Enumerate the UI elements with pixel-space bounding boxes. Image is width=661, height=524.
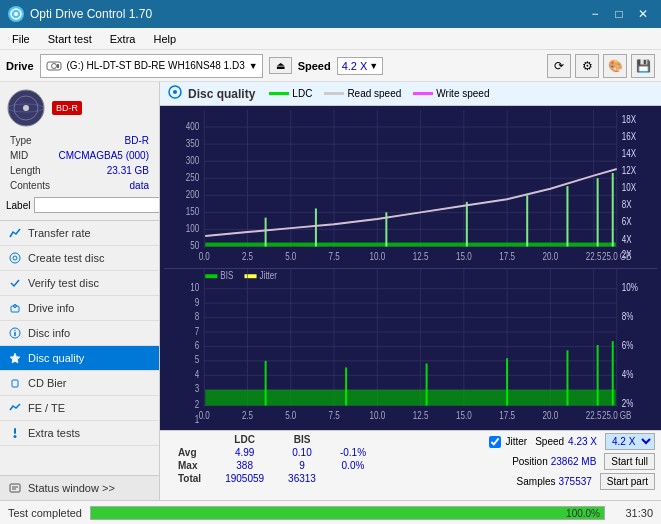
svg-text:3: 3 — [195, 383, 199, 394]
svg-text:BIS: BIS — [220, 270, 233, 281]
minimize-button[interactable]: − — [585, 4, 605, 24]
label-row: Label 🔍 — [6, 196, 153, 214]
fe-te-icon — [8, 401, 22, 415]
stats-avg-row: Avg 4.99 0.10 -0.1% — [166, 446, 378, 459]
svg-rect-134 — [265, 360, 267, 405]
close-button[interactable]: ✕ — [633, 4, 653, 24]
sidebar-nav: Transfer rate Create test disc Verify te… — [0, 221, 159, 475]
svg-rect-137 — [506, 358, 508, 405]
refresh-button[interactable]: ⟳ — [547, 54, 571, 78]
charts-area: 400 350 300 250 200 150 100 50 18X 16X 1… — [160, 106, 661, 430]
svg-text:18X: 18X — [622, 114, 637, 125]
speed-select-wrapper[interactable]: 4.2 X ▼ — [337, 57, 384, 75]
content-area: Disc quality LDC Read speed Write speed — [160, 82, 661, 500]
disc-info-icon — [8, 326, 22, 340]
menu-extra[interactable]: Extra — [102, 31, 144, 47]
total-spacer — [328, 472, 378, 485]
samples-start-part-row: Samples 375537 Start part — [517, 473, 655, 490]
svg-text:Jitter: Jitter — [260, 270, 277, 281]
sidebar-item-create-test-disc[interactable]: Create test disc — [0, 246, 159, 271]
ldc-label: LDC — [292, 88, 312, 99]
svg-text:350: 350 — [186, 138, 199, 149]
sidebar-item-drive-info[interactable]: Drive info — [0, 296, 159, 321]
svg-rect-83 — [205, 274, 217, 278]
disc-length-row: Length 23.31 GB — [8, 164, 151, 177]
svg-text:25.0 GB: 25.0 GB — [602, 409, 632, 420]
settings-button[interactable]: ⚙ — [575, 54, 599, 78]
svg-rect-73 — [205, 243, 615, 247]
menu-help[interactable]: Help — [145, 31, 184, 47]
palette-button[interactable]: 🎨 — [603, 54, 627, 78]
svg-point-7 — [23, 105, 29, 111]
read-speed-color-swatch — [324, 92, 344, 95]
svg-text:2.5: 2.5 — [242, 409, 253, 420]
disc-type-label: Type — [8, 134, 53, 147]
svg-text:4X: 4X — [622, 234, 632, 245]
svg-text:300: 300 — [186, 155, 199, 166]
legend-ldc: LDC — [269, 88, 312, 99]
eject-button[interactable]: ⏏ — [269, 57, 292, 74]
start-part-button[interactable]: Start part — [600, 473, 655, 490]
samples-value: 375537 — [558, 476, 591, 487]
jitter-checkbox[interactable] — [489, 436, 501, 448]
max-jitter: 0.0% — [328, 459, 378, 472]
app-icon — [8, 6, 24, 22]
sidebar-item-disc-quality[interactable]: Disc quality — [0, 346, 159, 371]
menu-file[interactable]: File — [4, 31, 38, 47]
disc-mid-label: MID — [8, 149, 53, 162]
drivebar: Drive (G:) HL-DT-ST BD-RE WH16NS48 1.D3 … — [0, 50, 661, 82]
stats-header-bis: BIS — [276, 433, 328, 446]
disc-mid-row: MID CMCMAGBA5 (000) — [8, 149, 151, 162]
drive-label: Drive — [6, 60, 34, 72]
svg-text:22.5: 22.5 — [586, 251, 602, 262]
total-bis: 36313 — [276, 472, 328, 485]
stats-header-empty — [166, 433, 213, 446]
position-row: Position 23862 MB — [512, 456, 596, 467]
speed-stat-label: Speed — [535, 436, 564, 447]
svg-rect-80 — [597, 178, 599, 246]
start-full-button[interactable]: Start full — [604, 453, 655, 470]
svg-rect-75 — [315, 208, 317, 246]
disc-svg-icon — [6, 88, 46, 128]
sidebar-item-disc-info[interactable]: Disc info — [0, 321, 159, 346]
main: BD-R Type BD-R MID CMCMAGBA5 (000) Lengt… — [0, 82, 661, 500]
progress-bar-fill — [91, 507, 604, 519]
svg-rect-85 — [244, 274, 256, 278]
menu-start-test[interactable]: Start test — [40, 31, 100, 47]
titlebar-left: Opti Drive Control 1.70 — [8, 6, 152, 22]
stats-table: LDC BIS Avg 4.99 0.10 -0.1% — [166, 433, 378, 485]
speed-label: Speed — [298, 60, 331, 72]
disc-icon-row: BD-R — [6, 88, 153, 128]
total-ldc: 1905059 — [213, 472, 276, 485]
sidebar-item-verify-test-disc[interactable]: Verify test disc — [0, 271, 159, 296]
drive-icons: ⟳ ⚙ 🎨 💾 — [547, 54, 655, 78]
svg-text:12.5: 12.5 — [413, 409, 429, 420]
chart-legend: LDC Read speed Write speed — [269, 88, 489, 99]
disc-type-value: BD-R — [55, 134, 151, 147]
drive-icon — [45, 57, 63, 75]
disc-type-row: Type BD-R — [8, 134, 151, 147]
status-window-item[interactable]: Status window >> — [0, 475, 159, 500]
drive-select[interactable]: (G:) HL-DT-ST BD-RE WH16NS48 1.D3 ▼ — [40, 54, 263, 78]
save-button[interactable]: 💾 — [631, 54, 655, 78]
sidebar-item-cd-bier[interactable]: CD Bier — [0, 371, 159, 396]
avg-speed: 4.23 X — [568, 436, 597, 447]
sidebar-label-drive-info: Drive info — [28, 302, 74, 314]
avg-bis: 0.10 — [276, 446, 328, 459]
jitter-label: Jitter — [505, 436, 527, 447]
svg-point-15 — [14, 330, 15, 331]
drive-info-icon — [8, 301, 22, 315]
svg-rect-78 — [526, 195, 528, 246]
speed-dropdown[interactable]: 4.2 X — [605, 433, 655, 450]
sidebar-item-transfer-rate[interactable]: Transfer rate — [0, 221, 159, 246]
svg-point-24 — [173, 90, 177, 94]
stats-header-row: LDC BIS — [166, 433, 378, 446]
svg-text:20.0: 20.0 — [543, 409, 559, 420]
maximize-button[interactable]: □ — [609, 4, 629, 24]
svg-text:22.5: 22.5 — [586, 409, 602, 420]
position-start-full-row: Position 23862 MB Start full — [512, 453, 655, 470]
sidebar-item-fe-te[interactable]: FE / TE — [0, 396, 159, 421]
status-window-label: Status window >> — [28, 482, 115, 494]
label-input[interactable] — [34, 197, 160, 213]
sidebar-item-extra-tests[interactable]: Extra tests — [0, 421, 159, 446]
